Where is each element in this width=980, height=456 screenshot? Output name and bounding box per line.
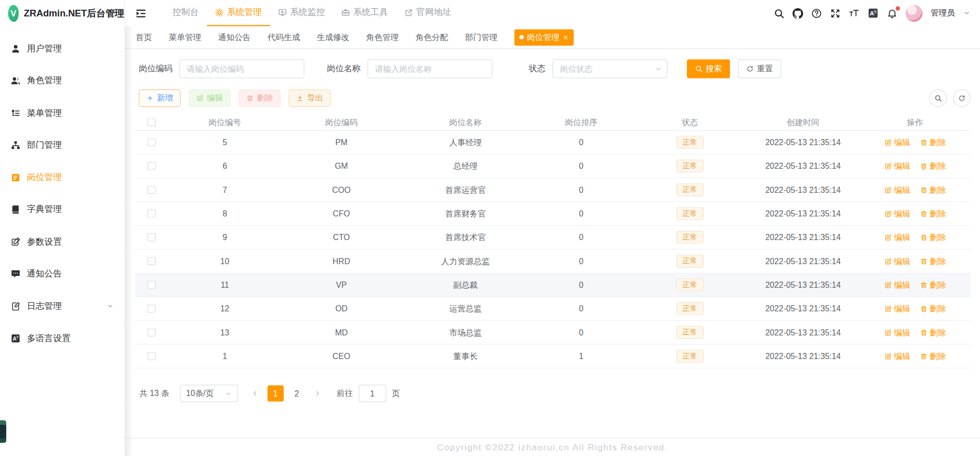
- table-row[interactable]: 13MD市场总监0正常2022-05-13 21:35:14编辑删除: [135, 321, 970, 345]
- prev-page-button[interactable]: [247, 385, 263, 402]
- row-checkbox[interactable]: [148, 233, 156, 242]
- top-menu-item-tool[interactable]: 系统工具: [333, 0, 396, 26]
- table-row[interactable]: 10HRD人力资源总监0正常2022-05-13 21:35:14编辑删除: [135, 250, 970, 273]
- table-row[interactable]: 8CFO首席财务官0正常2022-05-13 21:35:14编辑删除: [135, 202, 970, 226]
- select-all-checkbox[interactable]: [148, 118, 156, 126]
- post-name-input[interactable]: [368, 60, 493, 78]
- tab-menu[interactable]: 菜单管理: [169, 32, 201, 43]
- reset-button[interactable]: 重置: [738, 60, 781, 78]
- row-delete-button[interactable]: 删除: [920, 136, 946, 148]
- tab-roleassign[interactable]: 角色分配: [416, 32, 448, 43]
- language-icon[interactable]: A文: [868, 8, 879, 19]
- sidebar-collapse-button[interactable]: [135, 7, 147, 19]
- sidebar-item-i18n[interactable]: A文多语言设置: [0, 323, 125, 355]
- row-checkbox[interactable]: [148, 352, 156, 361]
- row-checkbox[interactable]: [148, 281, 156, 289]
- row-delete-button[interactable]: 删除: [920, 208, 946, 219]
- row-checkbox[interactable]: [148, 305, 156, 313]
- row-edit-button[interactable]: 编辑: [884, 136, 910, 148]
- cell-status: 正常: [633, 136, 747, 149]
- sidebar-item-menu[interactable]: 菜单管理: [0, 97, 125, 129]
- status-select-input[interactable]: [553, 60, 667, 78]
- row-checkbox[interactable]: [148, 186, 156, 194]
- notification-bell[interactable]: [887, 8, 897, 18]
- row-checkbox[interactable]: [148, 257, 156, 265]
- goto-page-input[interactable]: [359, 385, 386, 402]
- help-icon[interactable]: [811, 8, 822, 18]
- table-row[interactable]: 7COO首席运营官0正常2022-05-13 21:35:14编辑删除: [135, 179, 970, 202]
- top-menu-item-site[interactable]: 官网地址: [396, 0, 459, 26]
- sidebar-item-dict[interactable]: 字典管理: [0, 193, 125, 226]
- sidebar-item-param[interactable]: 参数设置: [0, 226, 125, 258]
- cell-post-code: CEO: [281, 351, 402, 361]
- row-edit-button[interactable]: 编辑: [884, 208, 910, 219]
- row-edit-button[interactable]: 编辑: [884, 350, 910, 362]
- table-row[interactable]: 12OD运营总监0正常2022-05-13 21:35:14编辑删除: [135, 297, 970, 321]
- row-checkbox[interactable]: [148, 328, 156, 336]
- row-edit-button[interactable]: 编辑: [884, 303, 910, 314]
- export-button[interactable]: 导出: [289, 89, 331, 107]
- tab-post[interactable]: 岗位管理: [515, 29, 574, 46]
- row-delete-button[interactable]: 删除: [920, 327, 946, 338]
- row-edit-button[interactable]: 编辑: [884, 255, 910, 267]
- row-delete-button[interactable]: 删除: [920, 303, 946, 314]
- sidebar-item-user[interactable]: 用户管理: [0, 32, 125, 65]
- user-avatar[interactable]: [906, 5, 923, 22]
- row-checkbox[interactable]: [148, 209, 156, 217]
- sidebar-item-log[interactable]: 日志管理: [0, 290, 125, 323]
- row-delete-button[interactable]: 删除: [920, 161, 946, 172]
- row-edit-button[interactable]: 编辑: [884, 279, 910, 290]
- toggle-search-button[interactable]: [929, 89, 947, 107]
- page-size-select[interactable]: 10条/页: [180, 385, 238, 402]
- row-delete-button[interactable]: 删除: [920, 279, 946, 290]
- tab-notice[interactable]: 通知公告: [218, 32, 251, 43]
- page-number-button[interactable]: 1: [268, 385, 284, 402]
- row-delete-button[interactable]: 删除: [920, 350, 946, 362]
- edit-button[interactable]: 编辑: [189, 89, 231, 107]
- fullscreen-icon[interactable]: [830, 8, 841, 18]
- row-edit-button[interactable]: 编辑: [884, 327, 910, 338]
- tab-genedit[interactable]: 生成修改: [317, 32, 349, 43]
- tab-home[interactable]: 首页: [136, 32, 152, 43]
- row-delete-button[interactable]: 删除: [920, 255, 946, 267]
- row-edit-button[interactable]: 编辑: [884, 184, 910, 195]
- table-row[interactable]: 1CEO董事长1正常2022-05-13 21:35:14编辑删除: [135, 345, 970, 368]
- top-menu-item-monitor[interactable]: 系统监控: [270, 0, 333, 26]
- tab-role[interactable]: 角色管理: [366, 32, 399, 43]
- sidebar-item-dept[interactable]: 部门管理: [0, 129, 125, 162]
- user-name[interactable]: 管理员: [931, 8, 955, 19]
- collapsed-widget[interactable]: [0, 420, 6, 443]
- row-edit-button[interactable]: 编辑: [884, 161, 910, 172]
- post-code-input[interactable]: [179, 60, 304, 78]
- top-menu-item-system[interactable]: 系统管理: [207, 0, 270, 26]
- github-icon[interactable]: [792, 8, 803, 18]
- table-row[interactable]: 11VP副总裁0正常2022-05-13 21:35:14编辑删除: [135, 273, 970, 297]
- top-menu-item-label: 官网地址: [416, 7, 451, 18]
- row-checkbox[interactable]: [148, 138, 156, 146]
- row-delete-button[interactable]: 删除: [920, 184, 946, 195]
- chevron-down-icon[interactable]: [963, 9, 971, 17]
- tab-close-icon[interactable]: [562, 34, 568, 40]
- row-checkbox[interactable]: [148, 162, 156, 170]
- row-delete-button[interactable]: 删除: [920, 232, 946, 243]
- page-number-button[interactable]: 2: [289, 385, 305, 402]
- font-size-icon[interactable]: [849, 8, 860, 18]
- sidebar-item-notice[interactable]: 通知公告: [0, 258, 125, 290]
- sidebar-item-role[interactable]: 角色管理: [0, 65, 125, 97]
- add-button[interactable]: 新增: [139, 89, 181, 107]
- tab-dept[interactable]: 部门管理: [465, 32, 497, 43]
- top-menu-item-console[interactable]: 控制台: [165, 0, 207, 26]
- next-page-button[interactable]: [309, 385, 325, 402]
- search-icon[interactable]: [774, 8, 785, 18]
- delete-button[interactable]: 删除: [239, 89, 281, 107]
- search-button[interactable]: 搜索: [687, 60, 730, 78]
- table-row[interactable]: 9CTO首席技术官0正常2022-05-13 21:35:14编辑删除: [135, 226, 970, 249]
- sidebar-item-post[interactable]: 岗位管理: [0, 162, 125, 194]
- table-row[interactable]: 6GM总经理0正常2022-05-13 21:35:14编辑删除: [135, 154, 970, 178]
- row-edit-button[interactable]: 编辑: [884, 232, 910, 243]
- app-logo[interactable]: V ZRAdmin.NET后台管理: [0, 0, 125, 26]
- tab-codegen[interactable]: 代码生成: [268, 32, 300, 43]
- table-row[interactable]: 5PM人事经理0正常2022-05-13 21:35:14编辑删除: [135, 131, 970, 154]
- status-select[interactable]: [553, 60, 667, 78]
- refresh-table-button[interactable]: [953, 89, 971, 107]
